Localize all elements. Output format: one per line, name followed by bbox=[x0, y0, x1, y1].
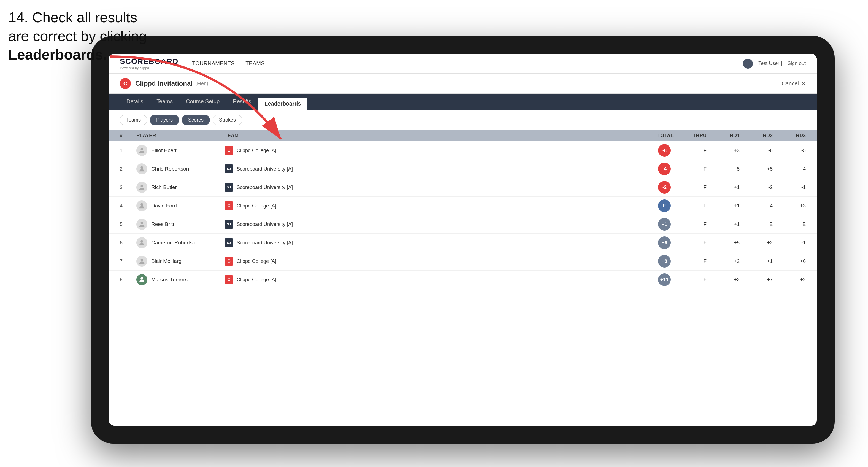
svg-point-3 bbox=[141, 185, 143, 187]
rd1-cell-2: -5 bbox=[707, 166, 740, 172]
instruction-text: 14. Check all results are correct by cli… bbox=[8, 8, 147, 64]
table-row: 8 Marcus Turners C Clippd College [A] +1… bbox=[109, 271, 817, 289]
table-body: 1 Elliot Ebert C Clippd College [A] -8 F… bbox=[109, 141, 817, 426]
player-name-8: Marcus Turners bbox=[151, 277, 188, 283]
team-cell-1: C Clippd College [A] bbox=[224, 146, 362, 155]
table-row: 7 Blair McHarg C Clippd College [A] +9 F… bbox=[109, 252, 817, 271]
score-cell-1: -8 bbox=[641, 144, 674, 157]
rd2-cell-5: E bbox=[740, 221, 773, 227]
nav-links: TOURNAMENTS TEAMS bbox=[192, 59, 743, 68]
row-num-5: 5 bbox=[120, 221, 136, 227]
rd3-cell-3: -1 bbox=[773, 185, 806, 190]
svg-point-7 bbox=[141, 259, 143, 261]
table-row: 2 Chris Robertson SU Scoreboard Universi… bbox=[109, 160, 817, 178]
sign-out-link[interactable]: Sign out bbox=[787, 61, 806, 66]
rd2-cell-7: +1 bbox=[740, 258, 773, 264]
player-cell-6: Cameron Robertson bbox=[136, 237, 224, 248]
tab-details[interactable]: Details bbox=[120, 94, 150, 110]
top-nav: SCOREBOARD Powered by clippd TOURNAMENTS… bbox=[109, 54, 817, 73]
thru-cell-5: F bbox=[674, 221, 707, 227]
team-cell-7: C Clippd College [A] bbox=[224, 257, 362, 266]
tab-teams[interactable]: Teams bbox=[150, 94, 179, 110]
rd3-cell-6: -1 bbox=[773, 240, 806, 246]
player-cell-4: David Ford bbox=[136, 200, 224, 211]
col-spacer bbox=[362, 133, 641, 138]
score-badge-4: E bbox=[658, 199, 671, 212]
tab-course-setup[interactable]: Course Setup bbox=[179, 94, 226, 110]
rd1-cell-4: +1 bbox=[707, 203, 740, 209]
nav-teams[interactable]: TEAMS bbox=[245, 59, 265, 68]
thru-cell-2: F bbox=[674, 166, 707, 172]
team-cell-6: SU Scoreboard University [A] bbox=[224, 238, 362, 247]
team-cell-3: SU Scoreboard University [A] bbox=[224, 183, 362, 192]
thru-cell-3: F bbox=[674, 185, 707, 190]
user-label: Test User | bbox=[758, 61, 782, 66]
player-name-7: Blair McHarg bbox=[151, 258, 182, 264]
svg-point-4 bbox=[141, 203, 143, 206]
player-name-5: Rees Britt bbox=[151, 221, 174, 227]
table-header: # PLAYER TEAM TOTAL THRU RD1 RD2 RD3 bbox=[109, 130, 817, 141]
tab-results[interactable]: Results bbox=[226, 94, 258, 110]
player-name-1: Elliot Ebert bbox=[151, 147, 177, 153]
svg-point-8 bbox=[141, 277, 143, 280]
table-row: 3 Rich Butler SU Scoreboard University [… bbox=[109, 178, 817, 197]
user-avatar: T bbox=[743, 59, 753, 69]
score-cell-4: E bbox=[641, 199, 674, 212]
row-num-2: 2 bbox=[120, 166, 136, 172]
table-row: 1 Elliot Ebert C Clippd College [A] -8 F… bbox=[109, 141, 817, 160]
thru-cell-7: F bbox=[674, 258, 707, 264]
team-logo-3: SU bbox=[224, 183, 233, 192]
svg-point-5 bbox=[141, 222, 143, 224]
filter-teams[interactable]: Teams bbox=[120, 115, 147, 125]
rd3-cell-8: +2 bbox=[773, 277, 806, 283]
nav-tournaments[interactable]: TOURNAMENTS bbox=[192, 59, 235, 68]
filter-strokes[interactable]: Strokes bbox=[213, 115, 242, 125]
player-avatar-1 bbox=[136, 145, 147, 156]
row-num-7: 7 bbox=[120, 258, 136, 264]
rd3-cell-2: -4 bbox=[773, 166, 806, 172]
team-cell-5: SU Scoreboard University [A] bbox=[224, 220, 362, 229]
cancel-button[interactable]: Cancel ✕ bbox=[782, 80, 806, 87]
player-cell-7: Blair McHarg bbox=[136, 256, 224, 267]
score-cell-5: +1 bbox=[641, 218, 674, 230]
thru-cell-1: F bbox=[674, 148, 707, 153]
player-avatar-3 bbox=[136, 182, 147, 193]
team-logo-7: C bbox=[224, 257, 233, 266]
svg-point-1 bbox=[141, 148, 143, 150]
filter-scores[interactable]: Scores bbox=[182, 115, 210, 125]
player-name-2: Chris Robertson bbox=[151, 166, 189, 172]
team-cell-8: C Clippd College [A] bbox=[224, 275, 362, 284]
rd2-cell-1: -6 bbox=[740, 148, 773, 153]
svg-point-6 bbox=[141, 240, 143, 243]
team-logo-8: C bbox=[224, 275, 233, 284]
rd2-cell-4: -4 bbox=[740, 203, 773, 209]
player-avatar-6 bbox=[136, 237, 147, 248]
player-cell-1: Elliot Ebert bbox=[136, 145, 224, 156]
thru-cell-6: F bbox=[674, 240, 707, 246]
rd3-cell-4: +3 bbox=[773, 203, 806, 209]
nav-right: T Test User | Sign out bbox=[743, 59, 806, 69]
col-team: TEAM bbox=[224, 133, 362, 138]
thru-cell-4: F bbox=[674, 203, 707, 209]
player-avatar-2 bbox=[136, 163, 147, 175]
score-badge-8: +11 bbox=[658, 273, 671, 286]
tournament-title: Clippd Invitational bbox=[135, 80, 192, 87]
player-name-4: David Ford bbox=[151, 203, 177, 209]
team-logo-5: SU bbox=[224, 220, 233, 229]
score-cell-7: +9 bbox=[641, 255, 674, 268]
team-logo-4: C bbox=[224, 201, 233, 210]
player-name-3: Rich Butler bbox=[151, 184, 177, 190]
tab-leaderboards[interactable]: Leaderboards bbox=[258, 98, 307, 110]
col-rd3: RD3 bbox=[773, 133, 806, 138]
team-cell-2: SU Scoreboard University [A] bbox=[224, 164, 362, 173]
rd1-cell-6: +5 bbox=[707, 240, 740, 246]
rd3-cell-7: +6 bbox=[773, 258, 806, 264]
svg-point-2 bbox=[141, 166, 143, 169]
row-num-1: 1 bbox=[120, 148, 136, 153]
team-cell-4: C Clippd College [A] bbox=[224, 201, 362, 210]
score-badge-3: -2 bbox=[658, 181, 671, 194]
player-name-6: Cameron Robertson bbox=[151, 240, 198, 246]
filter-players[interactable]: Players bbox=[150, 115, 179, 125]
player-avatar-7 bbox=[136, 256, 147, 267]
col-rd2: RD2 bbox=[740, 133, 773, 138]
